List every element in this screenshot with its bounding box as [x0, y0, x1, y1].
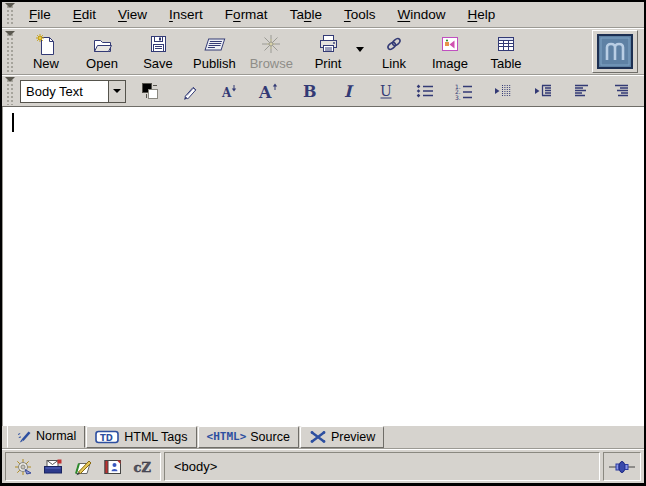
underline-button[interactable]: U — [373, 79, 399, 103]
new-icon — [34, 33, 58, 55]
new-button[interactable]: New — [18, 31, 74, 73]
italic-button[interactable]: I — [334, 79, 360, 103]
text-color-picker-button[interactable] — [138, 79, 164, 103]
print-dropdown-arrow-icon[interactable] — [356, 47, 364, 52]
save-button[interactable]: Save — [130, 31, 186, 73]
outdent-icon — [492, 82, 514, 100]
increase-font-size-button[interactable]: A — [255, 79, 281, 103]
toolbar-button-label: Open — [86, 56, 118, 71]
menubar-grippy-icon[interactable] — [5, 3, 15, 26]
bold-button[interactable]: B — [295, 79, 321, 103]
html-source-icon: <HTML> — [207, 430, 247, 443]
svg-text:A: A — [221, 86, 232, 100]
statusbar: cZ <body> — [2, 449, 644, 483]
menu-view[interactable]: View — [107, 4, 158, 25]
svg-text:I: I — [344, 82, 354, 101]
menu-items: FileEditViewInsertFormatTableToolsWindow… — [18, 2, 506, 27]
publish-button[interactable]: Publish — [186, 31, 243, 73]
tab-label: Source — [250, 430, 290, 444]
menu-insert[interactable]: Insert — [158, 4, 214, 25]
mail-component[interactable] — [42, 458, 64, 476]
navigator-component[interactable] — [12, 458, 34, 476]
tab-label: Normal — [36, 429, 76, 443]
formatbar-grippy-icon[interactable] — [5, 77, 15, 105]
image-button[interactable]: Image — [422, 31, 478, 73]
normal-mode-icon — [16, 429, 32, 443]
address-book-icon — [102, 458, 124, 476]
table-button[interactable]: Table — [478, 31, 534, 73]
svg-text:cZ: cZ — [134, 460, 152, 475]
toolbar-button-label: Print — [315, 56, 342, 71]
menu-tools[interactable]: Tools — [333, 4, 387, 25]
svg-text:3.: 3. — [455, 94, 461, 101]
open-button[interactable]: Open — [74, 31, 130, 73]
format-toolbar: Body Text AABIU1.2.3. — [2, 75, 644, 107]
preview-icon — [309, 430, 327, 444]
font-larger-icon: A — [257, 80, 279, 102]
link-button[interactable]: Link — [366, 31, 422, 73]
highlight-color-button[interactable] — [177, 79, 203, 103]
navigator-icon — [12, 458, 34, 476]
composer-window: FileEditViewInsertFormatTableToolsWindow… — [0, 0, 646, 486]
menu-help[interactable]: Help — [456, 4, 506, 25]
open-icon — [90, 33, 114, 55]
status-panel: <body> — [164, 452, 600, 481]
italic-icon: I — [339, 81, 355, 101]
tab-source[interactable]: <HTML>Source — [198, 426, 299, 448]
menu-table[interactable]: Table — [279, 4, 333, 25]
mozilla-throbber-icon — [597, 34, 633, 69]
address-book-component[interactable] — [102, 458, 124, 476]
text-caret — [12, 113, 14, 132]
save-icon — [146, 33, 170, 55]
edit-mode-tabbar: NormalTDHTML Tags<HTML>SourcePreview — [2, 426, 644, 449]
bold-icon: B — [299, 81, 317, 101]
align-left-icon — [572, 83, 592, 100]
editor-canvas[interactable] — [2, 107, 644, 426]
toolbar-button-label: Browse — [250, 56, 293, 71]
tab-label: Preview — [331, 430, 375, 444]
tab-normal[interactable]: Normal — [7, 424, 85, 448]
bullet-list-button[interactable] — [412, 79, 438, 103]
toolbar-grippy-icon[interactable] — [5, 31, 15, 72]
menu-edit[interactable]: Edit — [62, 4, 107, 25]
html-tags-icon: TD — [95, 430, 120, 444]
toolbar-button-label: Image — [432, 56, 468, 71]
tab-preview[interactable]: Preview — [300, 426, 384, 448]
outdent-button[interactable] — [490, 79, 516, 103]
chevron-down-icon[interactable] — [108, 81, 125, 102]
indent-button[interactable] — [530, 79, 556, 103]
highlight-pen-icon — [180, 81, 200, 101]
image-icon — [438, 33, 462, 55]
online-status-panel[interactable] — [603, 452, 641, 481]
menu-window[interactable]: Window — [386, 4, 456, 25]
print-button[interactable]: Print — [300, 31, 356, 73]
decrease-font-size-button[interactable]: A — [216, 79, 242, 103]
link-icon — [382, 33, 406, 55]
svg-text:U: U — [380, 83, 392, 99]
paragraph-format-select[interactable]: Body Text — [20, 80, 126, 103]
mozilla-throbber[interactable] — [592, 30, 638, 73]
indent-icon — [532, 82, 554, 100]
underline-icon: U — [377, 81, 395, 101]
toolbar-button-label: Save — [143, 56, 173, 71]
svg-text:TD: TD — [100, 432, 113, 442]
mail-icon — [42, 458, 64, 476]
align-left-button[interactable] — [569, 79, 595, 103]
svg-text:B: B — [303, 82, 317, 101]
toolbar-buttons: NewOpenSavePublishBrowsePrintLinkImageTa… — [18, 30, 534, 73]
menu-format[interactable]: Format — [214, 4, 279, 25]
menubar: FileEditViewInsertFormatTableToolsWindow… — [2, 2, 644, 28]
menu-file[interactable]: File — [18, 4, 62, 25]
tab-html-tags[interactable]: TDHTML Tags — [86, 426, 196, 448]
chatzilla-component[interactable]: cZ — [132, 459, 154, 475]
align-right-button[interactable] — [608, 79, 634, 103]
status-text: <body> — [174, 459, 217, 474]
composer-component[interactable] — [72, 458, 94, 476]
align-right-icon — [611, 83, 631, 100]
chatzilla-icon: cZ — [132, 459, 154, 475]
component-bar: cZ — [5, 452, 161, 481]
font-smaller-icon: A — [219, 81, 239, 101]
numbered-list-button[interactable]: 1.2.3. — [451, 79, 477, 103]
browse-icon — [259, 33, 283, 55]
bullet-list-icon — [414, 82, 436, 100]
